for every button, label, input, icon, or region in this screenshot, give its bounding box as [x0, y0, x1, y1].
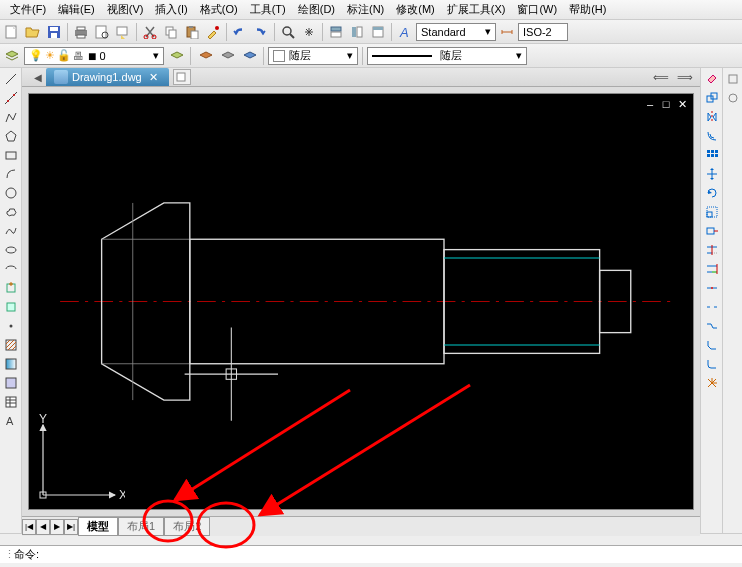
table-tool[interactable] [2, 393, 20, 411]
extend-tool[interactable] [703, 260, 721, 278]
undo-button[interactable] [230, 22, 250, 42]
text-style-dropdown[interactable]: Standard▾ [416, 23, 496, 41]
properties-button[interactable] [326, 22, 346, 42]
dim-style-button[interactable] [497, 22, 517, 42]
save-button[interactable] [44, 22, 64, 42]
close-window-button[interactable]: ✕ [675, 98, 689, 110]
cmd-handle-icon[interactable]: ⋮ [4, 548, 14, 561]
construction-line-tool[interactable] [2, 89, 20, 107]
break-at-point-tool[interactable] [703, 279, 721, 297]
menu-format[interactable]: 格式(O) [194, 0, 244, 19]
print-preview-button[interactable] [92, 22, 112, 42]
design-center-button[interactable] [347, 22, 367, 42]
cut-button[interactable] [140, 22, 160, 42]
line-tool[interactable] [2, 70, 20, 88]
extra-tool-1[interactable] [724, 70, 742, 88]
publish-button[interactable] [113, 22, 133, 42]
region-tool[interactable] [2, 374, 20, 392]
match-props-button[interactable] [203, 22, 223, 42]
layout1-tab[interactable]: 布局1 [118, 517, 164, 536]
model-tab[interactable]: 模型 [78, 517, 118, 536]
text-style-button[interactable]: A [395, 22, 415, 42]
layer-properties-button[interactable] [2, 46, 22, 66]
prev-tab-button[interactable]: ◀ [36, 519, 50, 535]
maximize-button[interactable]: □ [659, 98, 673, 110]
color-dropdown[interactable]: 随层 ▾ [268, 47, 358, 65]
menu-tools[interactable]: 工具(T) [244, 0, 292, 19]
menu-edit[interactable]: 编辑(E) [52, 0, 101, 19]
minimize-button[interactable]: – [643, 98, 657, 110]
rectangle-tool[interactable] [2, 146, 20, 164]
menu-draw[interactable]: 绘图(D) [292, 0, 341, 19]
menu-annotate[interactable]: 标注(N) [341, 0, 390, 19]
point-tool[interactable] [2, 317, 20, 335]
close-tab-button[interactable]: ✕ [146, 71, 161, 84]
menu-help[interactable]: 帮助(H) [563, 0, 612, 19]
drawing-viewport[interactable]: – □ ✕ [28, 93, 694, 510]
open-button[interactable] [23, 22, 43, 42]
mtext-tool[interactable]: A [2, 412, 20, 430]
menu-file[interactable]: 文件(F) [4, 0, 52, 19]
new-tab-button[interactable] [173, 69, 191, 85]
layer-prev-button[interactable] [166, 46, 186, 66]
menu-extend[interactable]: 扩展工具(X) [441, 0, 512, 19]
menu-insert[interactable]: 插入(I) [149, 0, 193, 19]
mirror-tool[interactable] [703, 108, 721, 126]
menu-view[interactable]: 视图(V) [101, 0, 150, 19]
extra-tool-2[interactable] [724, 89, 742, 107]
menu-modify[interactable]: 修改(M) [390, 0, 441, 19]
ellipse-tool[interactable] [2, 241, 20, 259]
scale-tool[interactable] [703, 203, 721, 221]
print-button[interactable] [71, 22, 91, 42]
menu-window[interactable]: 窗口(W) [511, 0, 563, 19]
paste-button[interactable] [182, 22, 202, 42]
ellipse-arc-tool[interactable] [2, 260, 20, 278]
layer-dropdown[interactable]: 💡 ☀ 🔓 🖶 ■ 0 ▾ [24, 47, 164, 65]
polyline-tool[interactable] [2, 108, 20, 126]
next-tab-button[interactable]: ▶ [50, 519, 64, 535]
explode-tool[interactable] [703, 374, 721, 392]
toolpalettes-button[interactable] [368, 22, 388, 42]
hatch-tool[interactable] [2, 336, 20, 354]
offset-tool[interactable] [703, 127, 721, 145]
layer-state-button[interactable] [195, 46, 215, 66]
spline-tool[interactable] [2, 222, 20, 240]
layout2-tab[interactable]: 布局2 [164, 517, 210, 536]
zoom-button[interactable] [278, 22, 298, 42]
view-forward-button[interactable]: ⟹ [674, 71, 696, 84]
stretch-tool[interactable] [703, 222, 721, 240]
trim-tool[interactable] [703, 241, 721, 259]
pan-button[interactable] [299, 22, 319, 42]
layer-off-button[interactable] [239, 46, 259, 66]
circle-tool[interactable] [2, 184, 20, 202]
make-block-tool[interactable] [2, 298, 20, 316]
fillet-tool[interactable] [703, 355, 721, 373]
copy-tool[interactable] [703, 89, 721, 107]
polygon-tool[interactable] [2, 127, 20, 145]
linetype-dropdown[interactable]: 随层 ▾ [367, 47, 527, 65]
last-tab-button[interactable]: ▶| [64, 519, 78, 535]
tab-prev-button[interactable]: ◀ [30, 72, 46, 83]
gradient-tool[interactable] [2, 355, 20, 373]
dim-style-dropdown[interactable]: ISO-2 [518, 23, 568, 41]
chamfer-tool[interactable] [703, 336, 721, 354]
move-tool[interactable] [703, 165, 721, 183]
array-tool[interactable] [703, 146, 721, 164]
erase-tool[interactable] [703, 70, 721, 88]
copy-button[interactable] [161, 22, 181, 42]
svg-point-58 [711, 287, 713, 289]
insert-block-tool[interactable] [2, 279, 20, 297]
arc-tool[interactable] [2, 165, 20, 183]
layer-iso-button[interactable] [217, 46, 237, 66]
break-tool[interactable] [703, 298, 721, 316]
redo-button[interactable] [251, 22, 271, 42]
first-tab-button[interactable]: |◀ [22, 519, 36, 535]
join-tool[interactable] [703, 317, 721, 335]
revision-cloud-tool[interactable] [2, 203, 20, 221]
svg-rect-9 [117, 27, 127, 35]
new-button[interactable] [2, 22, 22, 42]
command-line[interactable]: ⋮ 命令: [0, 545, 742, 563]
view-back-button[interactable]: ⟸ [650, 71, 672, 84]
document-tab[interactable]: Drawing1.dwg ✕ [46, 68, 169, 86]
rotate-tool[interactable] [703, 184, 721, 202]
